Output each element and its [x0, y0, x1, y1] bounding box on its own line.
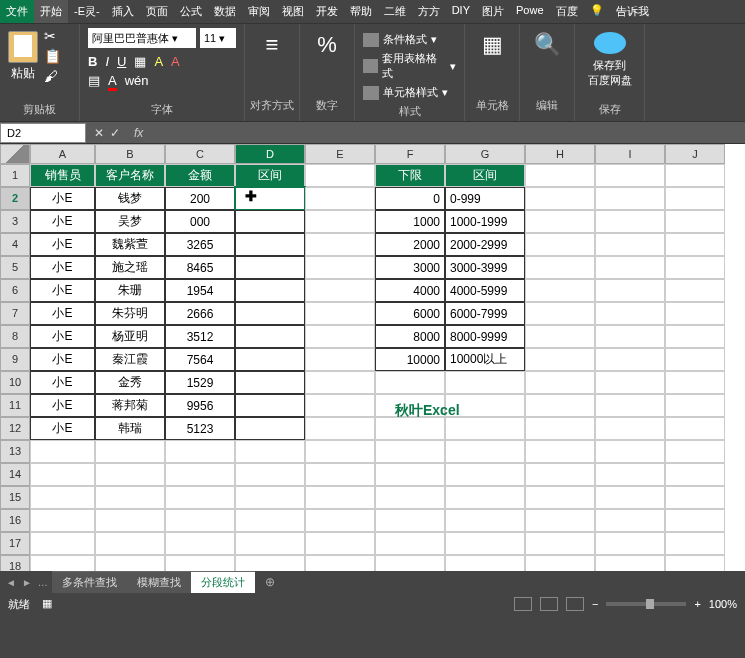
cell-B1[interactable]: 客户名称: [95, 164, 165, 187]
row-header-12[interactable]: 12: [0, 417, 30, 440]
tab-13[interactable]: 图片: [476, 0, 510, 23]
cell-B8[interactable]: 杨亚明: [95, 325, 165, 348]
tab-8[interactable]: 开发: [310, 0, 344, 23]
spreadsheet-grid[interactable]: ABCDEFGHIJ 12345678910111213141516171819…: [0, 144, 745, 571]
cell-I15[interactable]: [595, 486, 665, 509]
find-icon[interactable]: 🔍: [534, 32, 561, 58]
tab-10[interactable]: 二维: [378, 0, 412, 23]
cell-D13[interactable]: [235, 440, 305, 463]
cell-H6[interactable]: [525, 279, 595, 302]
cell-I2[interactable]: [595, 187, 665, 210]
zoom-in-button[interactable]: +: [694, 598, 700, 610]
grow-font-button[interactable]: A: [154, 54, 163, 69]
cell-E3[interactable]: [305, 210, 375, 233]
cell-E17[interactable]: [305, 532, 375, 555]
cell-C4[interactable]: 3265: [165, 233, 235, 256]
cell-C15[interactable]: [165, 486, 235, 509]
copy-icon[interactable]: 📋: [44, 48, 61, 64]
tab-5[interactable]: 数据: [208, 0, 242, 23]
cell-G7[interactable]: 6000-7999: [445, 302, 525, 325]
cell-H7[interactable]: [525, 302, 595, 325]
cell-F5[interactable]: 3000: [375, 256, 445, 279]
cell-A8[interactable]: 小E: [30, 325, 95, 348]
tab-1[interactable]: -E灵-: [68, 0, 106, 23]
cell-D7[interactable]: [235, 302, 305, 325]
tab-12[interactable]: DIY: [446, 0, 476, 23]
cell-E4[interactable]: [305, 233, 375, 256]
cell-J11[interactable]: [665, 394, 725, 417]
col-header-D[interactable]: D: [235, 144, 305, 164]
cell-E15[interactable]: [305, 486, 375, 509]
cell-B10[interactable]: 金秀: [95, 371, 165, 394]
col-header-J[interactable]: J: [665, 144, 725, 164]
cell-G16[interactable]: [445, 509, 525, 532]
cell-E9[interactable]: [305, 348, 375, 371]
cell-C7[interactable]: 2666: [165, 302, 235, 325]
cell-J12[interactable]: [665, 417, 725, 440]
cell-E10[interactable]: [305, 371, 375, 394]
format-painter-icon[interactable]: 🖌: [44, 68, 61, 84]
cell-E1[interactable]: [305, 164, 375, 187]
cell-E8[interactable]: [305, 325, 375, 348]
cell-F4[interactable]: 2000: [375, 233, 445, 256]
cell-F14[interactable]: [375, 463, 445, 486]
cell-G8[interactable]: 8000-9999: [445, 325, 525, 348]
cell-F12[interactable]: [375, 417, 445, 440]
cell-I14[interactable]: [595, 463, 665, 486]
cell-G5[interactable]: 3000-3999: [445, 256, 525, 279]
cell-A6[interactable]: 小E: [30, 279, 95, 302]
select-all-button[interactable]: [0, 144, 30, 164]
cell-A13[interactable]: [30, 440, 95, 463]
col-header-G[interactable]: G: [445, 144, 525, 164]
cell-A9[interactable]: 小E: [30, 348, 95, 371]
cell-F7[interactable]: 6000: [375, 302, 445, 325]
cell-A12[interactable]: 小E: [30, 417, 95, 440]
cell-B15[interactable]: [95, 486, 165, 509]
sheet-nav-last-icon[interactable]: ►: [22, 577, 32, 588]
cell-I7[interactable]: [595, 302, 665, 325]
zoom-out-button[interactable]: −: [592, 598, 598, 610]
cell-D11[interactable]: [235, 394, 305, 417]
cell-I10[interactable]: [595, 371, 665, 394]
cell-G9[interactable]: 10000以上: [445, 348, 525, 371]
cell-E12[interactable]: [305, 417, 375, 440]
cell-J9[interactable]: [665, 348, 725, 371]
cell-G3[interactable]: 1000-1999: [445, 210, 525, 233]
tab-15[interactable]: 百度: [550, 0, 584, 23]
cut-icon[interactable]: ✂: [44, 28, 61, 44]
cell-H5[interactable]: [525, 256, 595, 279]
sheet-tab-2[interactable]: 分段统计: [191, 571, 255, 593]
cell-D14[interactable]: [235, 463, 305, 486]
cell-I12[interactable]: [595, 417, 665, 440]
row-header-14[interactable]: 14: [0, 463, 30, 486]
cell-A17[interactable]: [30, 532, 95, 555]
cell-H4[interactable]: [525, 233, 595, 256]
row-header-8[interactable]: 8: [0, 325, 30, 348]
cell-B7[interactable]: 朱芬明: [95, 302, 165, 325]
cell-I9[interactable]: [595, 348, 665, 371]
row-header-3[interactable]: 3: [0, 210, 30, 233]
cell-H18[interactable]: [525, 555, 595, 571]
name-box[interactable]: [0, 123, 86, 143]
cell-J1[interactable]: [665, 164, 725, 187]
cell-H9[interactable]: [525, 348, 595, 371]
cell-D3[interactable]: [235, 210, 305, 233]
cell-C1[interactable]: 金额: [165, 164, 235, 187]
cell-I11[interactable]: [595, 394, 665, 417]
col-header-E[interactable]: E: [305, 144, 375, 164]
cell-C18[interactable]: [165, 555, 235, 571]
row-header-15[interactable]: 15: [0, 486, 30, 509]
col-header-C[interactable]: C: [165, 144, 235, 164]
view-pagebreak-button[interactable]: [566, 597, 584, 611]
row-header-17[interactable]: 17: [0, 532, 30, 555]
cell-D10[interactable]: [235, 371, 305, 394]
cell-H15[interactable]: [525, 486, 595, 509]
shrink-font-button[interactable]: A: [171, 54, 180, 69]
cell-D17[interactable]: [235, 532, 305, 555]
cell-B11[interactable]: 蒋邦菊: [95, 394, 165, 417]
tab-11[interactable]: 方方: [412, 0, 446, 23]
cell-A1[interactable]: 销售员: [30, 164, 95, 187]
tab-file[interactable]: 文件: [0, 0, 34, 23]
italic-button[interactable]: I: [105, 54, 109, 69]
cell-I8[interactable]: [595, 325, 665, 348]
